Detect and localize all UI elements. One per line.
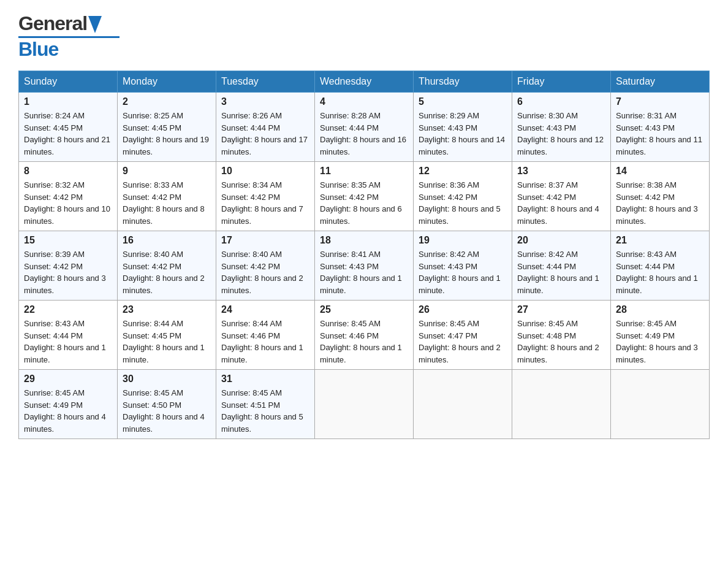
day-number: 5 [419, 96, 507, 107]
calendar-cell: 3Sunrise: 8:26 AMSunset: 4:44 PMDaylight… [216, 93, 315, 162]
day-number: 27 [517, 304, 605, 315]
calendar-week-row: 29Sunrise: 8:45 AMSunset: 4:49 PMDayligh… [19, 370, 710, 439]
calendar-cell: 26Sunrise: 8:45 AMSunset: 4:47 PMDayligh… [414, 301, 512, 370]
calendar-cell: 25Sunrise: 8:45 AMSunset: 4:46 PMDayligh… [315, 301, 414, 370]
svg-marker-0 [88, 16, 102, 33]
calendar-cell: 27Sunrise: 8:45 AMSunset: 4:48 PMDayligh… [512, 301, 611, 370]
day-number: 21 [616, 235, 704, 246]
day-info: Sunrise: 8:32 AMSunset: 4:42 PMDaylight:… [24, 179, 112, 227]
calendar-cell: 9Sunrise: 8:33 AMSunset: 4:42 PMDaylight… [118, 162, 216, 231]
weekday-header-row: SundayMondayTuesdayWednesdayThursdayFrid… [19, 71, 710, 93]
day-number: 1 [24, 96, 112, 107]
calendar-cell: 13Sunrise: 8:37 AMSunset: 4:42 PMDayligh… [512, 162, 611, 231]
day-number: 28 [616, 304, 704, 315]
weekday-header-monday: Monday [118, 71, 216, 93]
calendar-cell: 31Sunrise: 8:45 AMSunset: 4:51 PMDayligh… [216, 370, 315, 439]
calendar-cell: 2Sunrise: 8:25 AMSunset: 4:45 PMDaylight… [118, 93, 216, 162]
day-number: 23 [123, 304, 211, 315]
calendar-cell: 21Sunrise: 8:43 AMSunset: 4:44 PMDayligh… [611, 231, 710, 301]
calendar-cell: 20Sunrise: 8:42 AMSunset: 4:44 PMDayligh… [512, 231, 611, 301]
calendar-cell [315, 370, 414, 439]
calendar-cell: 16Sunrise: 8:40 AMSunset: 4:42 PMDayligh… [118, 231, 216, 301]
day-info: Sunrise: 8:41 AMSunset: 4:43 PMDaylight:… [320, 248, 408, 296]
day-info: Sunrise: 8:44 AMSunset: 4:46 PMDaylight:… [221, 318, 309, 366]
day-info: Sunrise: 8:35 AMSunset: 4:42 PMDaylight:… [320, 179, 408, 227]
calendar-cell [414, 370, 512, 439]
weekday-header-friday: Friday [512, 71, 611, 93]
logo-general-text: General [18, 12, 87, 35]
calendar-cell: 4Sunrise: 8:28 AMSunset: 4:44 PMDaylight… [315, 93, 414, 162]
day-info: Sunrise: 8:43 AMSunset: 4:44 PMDaylight:… [616, 248, 704, 296]
day-number: 31 [221, 373, 309, 385]
logo-blue-text: Blue [18, 38, 119, 61]
day-info: Sunrise: 8:30 AMSunset: 4:43 PMDaylight:… [517, 110, 605, 158]
calendar-cell: 15Sunrise: 8:39 AMSunset: 4:42 PMDayligh… [19, 231, 118, 301]
day-info: Sunrise: 8:29 AMSunset: 4:43 PMDaylight:… [419, 110, 507, 158]
calendar-cell: 29Sunrise: 8:45 AMSunset: 4:49 PMDayligh… [19, 370, 118, 439]
weekday-header-sunday: Sunday [19, 71, 118, 93]
calendar-cell: 10Sunrise: 8:34 AMSunset: 4:42 PMDayligh… [216, 162, 315, 231]
day-number: 4 [320, 96, 408, 107]
day-info: Sunrise: 8:26 AMSunset: 4:44 PMDaylight:… [221, 110, 309, 158]
day-info: Sunrise: 8:31 AMSunset: 4:43 PMDaylight:… [616, 110, 704, 158]
day-info: Sunrise: 8:43 AMSunset: 4:44 PMDaylight:… [24, 318, 112, 366]
day-info: Sunrise: 8:37 AMSunset: 4:42 PMDaylight:… [517, 179, 605, 227]
calendar-cell [512, 370, 611, 439]
weekday-header-saturday: Saturday [611, 71, 710, 93]
calendar-cell: 12Sunrise: 8:36 AMSunset: 4:42 PMDayligh… [414, 162, 512, 231]
day-info: Sunrise: 8:24 AMSunset: 4:45 PMDaylight:… [24, 110, 112, 158]
day-number: 19 [419, 235, 507, 246]
day-info: Sunrise: 8:34 AMSunset: 4:42 PMDaylight:… [221, 179, 309, 227]
day-number: 14 [616, 166, 704, 177]
calendar-week-row: 8Sunrise: 8:32 AMSunset: 4:42 PMDaylight… [19, 162, 710, 231]
day-number: 7 [616, 96, 704, 107]
day-number: 6 [517, 96, 605, 107]
day-info: Sunrise: 8:42 AMSunset: 4:44 PMDaylight:… [517, 248, 605, 296]
calendar-table: SundayMondayTuesdayWednesdayThursdayFrid… [18, 71, 710, 439]
calendar-cell: 24Sunrise: 8:44 AMSunset: 4:46 PMDayligh… [216, 301, 315, 370]
logo: General Blue [18, 12, 119, 61]
day-info: Sunrise: 8:36 AMSunset: 4:42 PMDaylight:… [419, 179, 507, 227]
day-number: 22 [24, 304, 112, 315]
day-number: 20 [517, 235, 605, 246]
calendar-cell [611, 370, 710, 439]
day-number: 16 [123, 235, 211, 246]
day-info: Sunrise: 8:45 AMSunset: 4:49 PMDaylight:… [24, 387, 112, 435]
day-info: Sunrise: 8:45 AMSunset: 4:49 PMDaylight:… [616, 318, 704, 366]
calendar-cell: 6Sunrise: 8:30 AMSunset: 4:43 PMDaylight… [512, 93, 611, 162]
day-info: Sunrise: 8:45 AMSunset: 4:46 PMDaylight:… [320, 318, 408, 366]
day-info: Sunrise: 8:28 AMSunset: 4:44 PMDaylight:… [320, 110, 408, 158]
day-number: 26 [419, 304, 507, 315]
weekday-header-thursday: Thursday [414, 71, 512, 93]
day-number: 10 [221, 166, 309, 177]
calendar-cell: 11Sunrise: 8:35 AMSunset: 4:42 PMDayligh… [315, 162, 414, 231]
day-info: Sunrise: 8:40 AMSunset: 4:42 PMDaylight:… [221, 248, 309, 296]
calendar-cell: 7Sunrise: 8:31 AMSunset: 4:43 PMDaylight… [611, 93, 710, 162]
weekday-header-tuesday: Tuesday [216, 71, 315, 93]
calendar-week-row: 15Sunrise: 8:39 AMSunset: 4:42 PMDayligh… [19, 231, 710, 301]
day-info: Sunrise: 8:44 AMSunset: 4:45 PMDaylight:… [123, 318, 211, 366]
day-number: 11 [320, 166, 408, 177]
calendar-cell: 22Sunrise: 8:43 AMSunset: 4:44 PMDayligh… [19, 301, 118, 370]
calendar-cell: 14Sunrise: 8:38 AMSunset: 4:42 PMDayligh… [611, 162, 710, 231]
day-info: Sunrise: 8:25 AMSunset: 4:45 PMDaylight:… [123, 110, 211, 158]
calendar-cell: 8Sunrise: 8:32 AMSunset: 4:42 PMDaylight… [19, 162, 118, 231]
calendar-cell: 17Sunrise: 8:40 AMSunset: 4:42 PMDayligh… [216, 231, 315, 301]
calendar-week-row: 22Sunrise: 8:43 AMSunset: 4:44 PMDayligh… [19, 301, 710, 370]
day-number: 12 [419, 166, 507, 177]
day-number: 9 [123, 166, 211, 177]
calendar-cell: 18Sunrise: 8:41 AMSunset: 4:43 PMDayligh… [315, 231, 414, 301]
day-info: Sunrise: 8:45 AMSunset: 4:51 PMDaylight:… [221, 387, 309, 435]
day-number: 17 [221, 235, 309, 246]
logo-arrow-icon [88, 16, 102, 33]
day-info: Sunrise: 8:39 AMSunset: 4:42 PMDaylight:… [24, 248, 112, 296]
day-info: Sunrise: 8:33 AMSunset: 4:42 PMDaylight:… [123, 179, 211, 227]
day-info: Sunrise: 8:45 AMSunset: 4:48 PMDaylight:… [517, 318, 605, 366]
day-number: 25 [320, 304, 408, 315]
day-info: Sunrise: 8:45 AMSunset: 4:50 PMDaylight:… [123, 387, 211, 435]
calendar-cell: 23Sunrise: 8:44 AMSunset: 4:45 PMDayligh… [118, 301, 216, 370]
day-number: 2 [123, 96, 211, 107]
day-number: 18 [320, 235, 408, 246]
day-info: Sunrise: 8:40 AMSunset: 4:42 PMDaylight:… [123, 248, 211, 296]
day-info: Sunrise: 8:38 AMSunset: 4:42 PMDaylight:… [616, 179, 704, 227]
